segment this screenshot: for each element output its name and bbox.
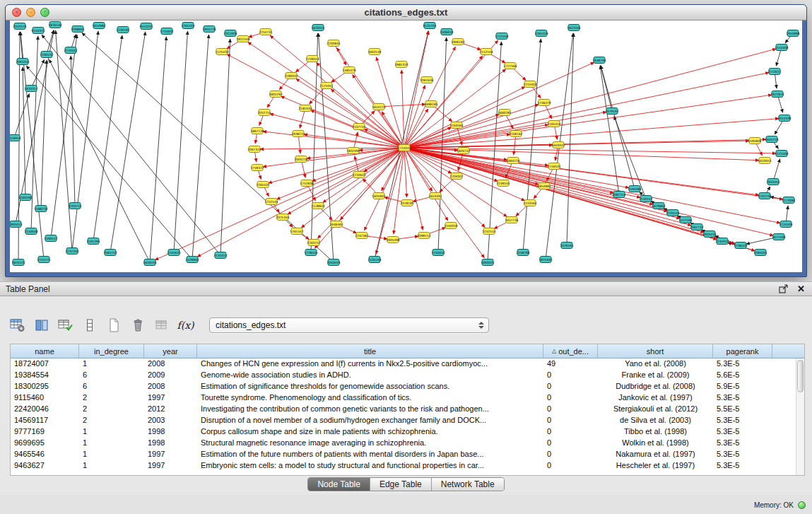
table-row[interactable]: 911546021997Tourette syndrome. Phenomeno… (11, 392, 804, 404)
graph-node-label: 2243564 (523, 201, 536, 205)
table-body: 1872400712008Changes of HCN gene express… (11, 358, 804, 472)
graph-node-label: 2079195 (560, 244, 573, 247)
graph-node-label: 1728444 (304, 251, 317, 255)
table-row[interactable]: 946554611997Estimation of the future num… (11, 449, 804, 460)
cell-in_degree: 1 (79, 358, 144, 370)
cell-out_de: 0 (543, 426, 598, 438)
minimize-window-button[interactable]: − (26, 8, 35, 17)
graph-node-label: 1943455 (766, 180, 779, 184)
graph-node-label: 1604742 (457, 149, 470, 153)
cell-title: Embryonic stem cells: a model to study s… (197, 460, 543, 472)
graph-node-label: 1724509 (779, 223, 792, 226)
graph-node-label: 1544059 (444, 224, 457, 228)
table-toolbar: f(x) citations_edges.txt (7, 315, 489, 336)
graph-edge (304, 134, 404, 148)
cell-name: 9699695 (11, 438, 79, 449)
show-columns-button[interactable] (31, 316, 52, 335)
graph-node-label: 2263752 (307, 241, 320, 245)
cell-title: Structural magnetic resonance image aver… (197, 438, 543, 449)
cell-out_de: 0 (543, 381, 598, 392)
graph-node-label: 1696185 (424, 103, 437, 106)
trash-icon (132, 318, 143, 332)
table-scrollbar[interactable] (796, 358, 804, 475)
cell-pagerank: 5.3E-5 (713, 449, 772, 460)
tab-network-table[interactable]: Network Table (432, 478, 504, 491)
graph-edge (401, 70, 404, 148)
graph-node-label: 2203715 (68, 204, 81, 208)
tab-edge-table[interactable]: Edge Table (370, 478, 432, 491)
column-header-label: in_degree (94, 347, 129, 356)
fx-icon: f(x) (177, 320, 194, 331)
import-table-button[interactable] (151, 316, 172, 335)
column-header-label: year (163, 347, 177, 356)
cell-short: Jankovic et al. (1997) (598, 392, 713, 404)
table-tabs: Node TableEdge TableNetwork Table (307, 477, 504, 491)
network-view[interactable]: 2043576915432118765442098801165498022301… (10, 21, 802, 272)
graph-edge (276, 148, 404, 199)
graph-node-label: 1535248 (367, 258, 381, 262)
graph-node-label: 9154321 (31, 29, 45, 33)
graph-node-label: 2133310 (213, 254, 227, 257)
column-header-short[interactable]: short (598, 344, 713, 358)
table-row[interactable]: 1938455462009Genome-wide association stu… (11, 370, 804, 381)
column-header-year[interactable]: year (144, 344, 197, 358)
table-row[interactable]: 969969511998Structural magnetic resonanc… (11, 438, 804, 449)
window-controls: × − + (12, 8, 49, 17)
graph-node-label: 2280047 (284, 74, 298, 78)
table-row[interactable]: 1830029562008Estimation of significance … (11, 381, 804, 392)
cell-pagerank: 5.5E-5 (713, 404, 772, 415)
table-header-row: namein_degreeyeartitle△out_de...shortpag… (11, 344, 804, 358)
column-header-out_de[interactable]: △out_de... (543, 344, 598, 358)
table-row[interactable]: 946362711997Embryonic stem cells: a mode… (11, 460, 804, 472)
graph-node-label: 1693025 (481, 261, 494, 264)
table-scrollbar-thumb[interactable] (797, 360, 804, 392)
graph-node-label: 2112548 (479, 50, 493, 54)
column-header-pagerank[interactable]: pagerank (713, 344, 772, 358)
column-header-title[interactable]: title (197, 344, 543, 358)
table-row[interactable]: 1456911722003Disruption of a novel membe… (11, 415, 804, 426)
cell-title: Changes of HCN gene expression and I(f) … (197, 358, 543, 370)
cell-pagerank: 5.3E-5 (713, 392, 772, 404)
column-header-label: title (364, 347, 376, 356)
window-titlebar[interactable]: × − + citations_edges.txt (6, 5, 806, 21)
table-selector-value: citations_edges.txt (210, 320, 476, 330)
graph-node-label: 2173084 (782, 199, 795, 202)
graph-node-label: 2311009 (223, 32, 237, 35)
cell-out_de: 0 (543, 370, 598, 381)
graph-node-label: 1752544 (264, 200, 278, 204)
graph-node-label: 1610653 (758, 159, 771, 163)
memory-ok-icon[interactable] (798, 501, 806, 509)
column-header-label: pagerank (726, 347, 759, 356)
network-canvas[interactable]: 2043576915432118765442098801165498022301… (10, 21, 802, 272)
graph-node-label: 2128843 (311, 204, 324, 208)
graph-node-label: 1653491 (428, 194, 442, 198)
graph-node-label: 2210643 (352, 173, 365, 177)
table-row[interactable]: 977716911998Corpus callosum shape and si… (11, 426, 804, 438)
graph-node-label: 1514408 (775, 46, 788, 49)
table-selector-dropdown[interactable]: citations_edges.txt (209, 317, 489, 333)
column-header-name[interactable]: name (11, 344, 79, 358)
graph-node-label: 1905013 (10, 223, 23, 226)
row-options-button[interactable] (79, 316, 100, 335)
function-builder-button[interactable]: f(x) (175, 316, 196, 335)
close-panel-icon[interactable]: ✕ (797, 284, 805, 293)
table-row[interactable]: 2242004622012Investigating the contribut… (11, 404, 804, 415)
zoom-window-button[interactable]: + (40, 8, 49, 17)
graph-node-label: 2061050 (16, 60, 29, 64)
tab-node-table[interactable]: Node Table (308, 478, 370, 491)
table-row[interactable]: 1872400712008Changes of HCN gene express… (11, 358, 804, 370)
delete-table-button[interactable] (127, 316, 148, 335)
new-table-button[interactable] (103, 316, 124, 335)
edit-table-button[interactable] (55, 316, 76, 335)
graph-node-label: 2241620 (167, 251, 180, 255)
graph-node-label: 1190532 (40, 53, 53, 57)
graph-edge (269, 148, 404, 183)
close-window-button[interactable]: × (12, 8, 21, 17)
graph-edge (18, 32, 20, 262)
window-title: citations_edges.txt (365, 7, 448, 18)
table-settings-button[interactable] (7, 316, 28, 335)
graph-node-label: 2067315 (247, 148, 261, 151)
float-panel-icon[interactable] (779, 284, 789, 293)
column-header-in_degree[interactable]: in_degree (79, 344, 144, 358)
graph-node-label: 2265437 (256, 183, 269, 187)
